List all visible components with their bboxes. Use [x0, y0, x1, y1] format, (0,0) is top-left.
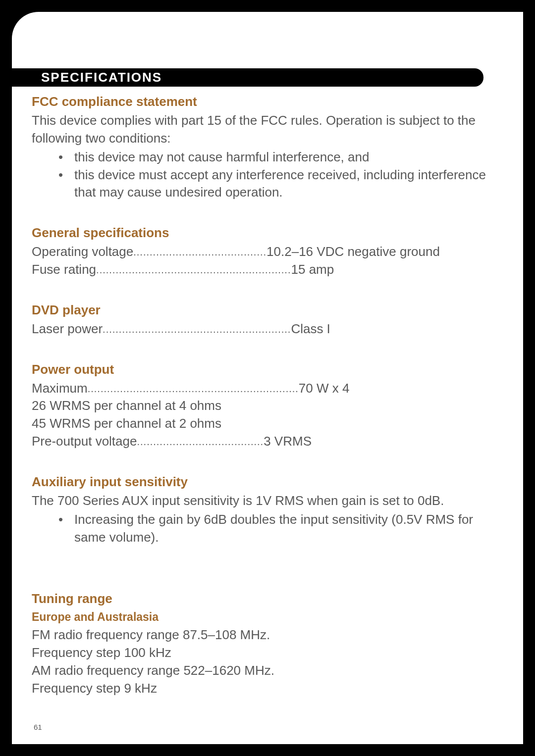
spec-free-line: 45 WRMS per channel at 2 ohms	[32, 415, 507, 433]
list-item: this device may not cause harmful interf…	[32, 149, 507, 166]
spec-value: Class I	[291, 320, 330, 338]
spec-label: Operating voltage	[32, 243, 133, 261]
spec-row: Pre-output voltage .....................…	[32, 433, 507, 451]
tuning-line: Frequency step 9 kHz	[32, 680, 507, 698]
spec-value: 70 W x 4	[299, 380, 350, 398]
spec-label: Maximum	[32, 380, 88, 398]
leader-dots: ........................................…	[88, 382, 299, 398]
aux-intro: The 700 Series AUX input sensitivity is …	[32, 492, 507, 510]
spec-value: 15 amp	[291, 261, 334, 279]
leader-dots: .......................................	[137, 435, 264, 451]
leader-dots: ........................................…	[133, 246, 267, 261]
spec-label: Laser power	[32, 320, 103, 338]
tuning-line: AM radio frequency range 522–1620 MHz.	[32, 662, 507, 680]
header-band: SPECIFICATIONS	[12, 68, 483, 87]
page-number: 61	[34, 723, 42, 731]
spec-value: 10.2–16 VDC negative ground	[267, 243, 440, 261]
spec-row: Operating voltage ......................…	[32, 243, 507, 261]
section-title-power: Power output	[32, 361, 507, 379]
aux-bullets: Increasing the gain by 6dB doubles the i…	[32, 511, 507, 547]
fcc-bullets: this device may not cause harmful interf…	[32, 149, 507, 202]
spec-label: Fuse rating	[32, 261, 96, 279]
leader-dots: ........................................…	[96, 263, 291, 279]
spec-label: Pre-output voltage	[32, 433, 137, 451]
page-header-title: SPECIFICATIONS	[41, 70, 162, 85]
tuning-line: FM radio frequency range 87.5–108 MHz.	[32, 626, 507, 644]
document-page: SPECIFICATIONS FCC compliance statement …	[12, 12, 523, 744]
section-subtitle-region: Europe and Australasia	[32, 609, 507, 625]
section-title-fcc: FCC compliance statement	[32, 93, 507, 111]
spec-row: Fuse rating ............................…	[32, 261, 507, 279]
section-title-dvd: DVD player	[32, 302, 507, 319]
spec-value: 3 VRMS	[264, 433, 312, 451]
spec-free-line: 26 WRMS per channel at 4 ohms	[32, 397, 507, 415]
section-title-tuning: Tuning range	[32, 590, 507, 608]
list-item: Increasing the gain by 6dB doubles the i…	[32, 511, 507, 547]
list-item: this device must accept any interference…	[32, 166, 507, 202]
section-title-general: General specifications	[32, 224, 507, 242]
page-content: FCC compliance statement This device com…	[32, 91, 507, 698]
section-title-aux: Auxiliary input sensitivity	[32, 473, 507, 491]
tuning-line: Frequency step 100 kHz	[32, 644, 507, 662]
spec-row: Maximum ................................…	[32, 380, 507, 398]
fcc-intro: This device complies with part 15 of the…	[32, 112, 507, 148]
spec-row: Laser power ............................…	[32, 320, 507, 338]
leader-dots: ........................................…	[103, 323, 291, 338]
